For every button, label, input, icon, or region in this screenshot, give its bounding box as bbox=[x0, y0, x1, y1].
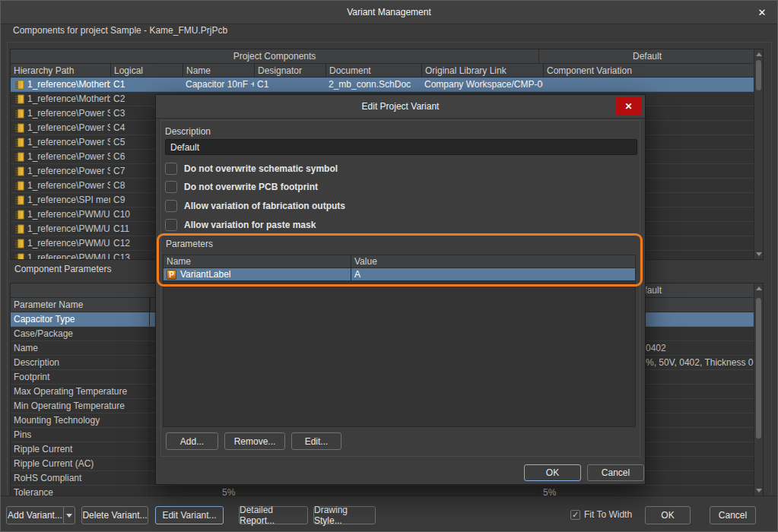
hierarchy-path-text: 1_reference\Power S bbox=[27, 166, 110, 176]
group-header-default: Default bbox=[539, 49, 755, 63]
column-header-designator[interactable]: Designator bbox=[254, 64, 325, 77]
checkbox-3[interactable] bbox=[165, 200, 177, 212]
components-for-project-label: Components for project Sample - Kame_FMU… bbox=[13, 25, 227, 36]
description-label: Description bbox=[165, 126, 211, 137]
parameter-name-cell: Min Operating Temperature bbox=[11, 399, 150, 413]
hierarchy-path-text: 1_reference\SPI mem bbox=[27, 195, 110, 205]
checkbox-label: Allow variation of fabrication outputs bbox=[184, 201, 345, 211]
window-title: Variant Management bbox=[347, 7, 431, 17]
checkbox-row[interactable]: Allow variation for paste mask bbox=[165, 218, 316, 231]
checkbox-row[interactable]: Do not overwrite PCB footprint bbox=[165, 180, 318, 193]
hierarchy-path-cell: 1_reference\Power S bbox=[11, 150, 110, 163]
param-row-variantlabel[interactable]: P VariantLabel A bbox=[164, 268, 635, 281]
hierarchy-path-text: 1_reference\Power S bbox=[27, 108, 110, 119]
hierarchy-path-text: 1_reference\Motherb bbox=[27, 79, 110, 90]
dialog-close-icon[interactable]: ✕ bbox=[616, 97, 641, 116]
remove-button[interactable]: Remove... bbox=[224, 432, 285, 450]
hierarchy-path-text: 1_reference\PWM/UA bbox=[27, 223, 110, 234]
column-header-name[interactable]: Name bbox=[183, 64, 254, 77]
edit-project-variant-dialog: Edit Project Variant ✕ Description Do no… bbox=[155, 94, 646, 485]
parameter-default-value-cell: 5% bbox=[539, 486, 755, 496]
column-header-original-library-link[interactable]: Original Library Link bbox=[421, 64, 543, 77]
designator-cell: C1 bbox=[254, 78, 325, 91]
dialog-titlebar: Edit Project Variant bbox=[156, 95, 645, 119]
checkbox-1[interactable] bbox=[165, 163, 177, 175]
parameter-name-cell: RoHS Compliant bbox=[11, 471, 150, 485]
checkbox-row[interactable]: Do not overwrite schematic symbol bbox=[165, 162, 338, 175]
hierarchy-path-cell: 1_reference\PWM/UA bbox=[11, 236, 110, 250]
parameter-name-cell: Ripple Current (AC) bbox=[11, 457, 150, 470]
dialog-cancel-button[interactable]: Cancel bbox=[587, 464, 644, 481]
scroll-thumb[interactable] bbox=[756, 60, 761, 90]
hierarchy-path-cell: 1_reference\Motherb bbox=[11, 92, 110, 106]
component-parameters-label: Component Parameters bbox=[14, 264, 111, 274]
column-header-document[interactable]: Document bbox=[325, 64, 421, 77]
name-cell: Capacitor 10nF +, bbox=[183, 78, 254, 91]
parameter-name-header[interactable]: Parameter Name bbox=[11, 298, 150, 312]
edit-variant-button[interactable]: Edit Variant... bbox=[155, 506, 224, 524]
parameters-label: Parameters bbox=[166, 239, 213, 249]
cancel-button[interactable]: Cancel bbox=[710, 506, 756, 524]
drawing-style-button[interactable]: Drawing Style... bbox=[313, 506, 376, 524]
chevron-down-icon bbox=[66, 514, 72, 518]
scroll-up-icon[interactable] bbox=[756, 287, 762, 290]
param-value-column-header[interactable]: Value bbox=[351, 255, 635, 268]
hierarchy-path-cell: 1_reference\Motherb bbox=[11, 78, 110, 91]
edit-button[interactable]: Edit... bbox=[291, 432, 341, 450]
column-header-row: Hierarchy PathLogicalNameDesignatorDocum… bbox=[11, 64, 763, 78]
delete-variant-button[interactable]: Delete Variant... bbox=[81, 506, 148, 524]
checkbox-4[interactable] bbox=[165, 219, 177, 231]
top-table-scrollbar[interactable] bbox=[754, 49, 763, 259]
column-header-component-variation[interactable]: Component Variation bbox=[543, 64, 755, 77]
dialog-ok-button[interactable]: OK bbox=[524, 464, 581, 481]
hierarchy-path-text: 1_reference\Power S bbox=[27, 122, 110, 133]
column-header-hierarchy-path[interactable]: Hierarchy Path bbox=[11, 64, 110, 77]
bottom-toolbar: Add Variant... Delete Variant... Edit Va… bbox=[1, 496, 777, 531]
checkbox-label: Do not overwrite schematic symbol bbox=[184, 163, 338, 174]
detailed-report-button[interactable]: Detailed Report... bbox=[239, 506, 308, 524]
parameter-name-cell: Mounting Technology bbox=[11, 413, 150, 427]
add-variant-split-button[interactable]: Add Variant... bbox=[6, 506, 75, 524]
checkbox-row[interactable]: Allow variation of fabrication outputs bbox=[165, 199, 345, 212]
window-close-icon[interactable]: ✕ bbox=[754, 5, 770, 19]
parameter-mid-value-cell: 5% bbox=[150, 486, 539, 496]
parameter-name-cell: Name bbox=[11, 341, 150, 355]
hierarchy-path-cell: 1_reference\Power S bbox=[11, 106, 110, 120]
hierarchy-path-text: 1_reference\Power S bbox=[27, 180, 110, 191]
variant-management-window: Variant Management ✕ Components for proj… bbox=[0, 0, 778, 532]
add-variant-button[interactable]: Add Variant... bbox=[7, 507, 64, 524]
hierarchy-path-text: 1_reference\PWM/UA bbox=[27, 209, 110, 220]
column-header-logical[interactable]: Logical bbox=[110, 64, 183, 77]
scroll-down-icon[interactable] bbox=[756, 489, 762, 492]
hierarchy-path-cell: 1_reference\Power S bbox=[11, 121, 110, 135]
hierarchy-path-cell: 1_reference\Power S bbox=[11, 179, 110, 192]
param-name-cell: VariantLabel bbox=[180, 269, 231, 280]
parameter-name-cell: Description bbox=[11, 356, 150, 369]
hierarchy-path-text: 1_reference\PWM/UA bbox=[27, 252, 110, 260]
scroll-thumb[interactable] bbox=[756, 298, 761, 439]
ok-button[interactable]: OK bbox=[645, 506, 691, 524]
fit-to-width-control[interactable]: ✓ Fit To Width bbox=[570, 509, 632, 520]
parameter-name-cell: Footprint bbox=[11, 370, 150, 384]
dialog-parameters-table: Name Value P VariantLabel A bbox=[163, 255, 636, 427]
param-name-column-header[interactable]: Name bbox=[164, 255, 351, 268]
hierarchy-path-cell: 1_reference\PWM/UA bbox=[11, 222, 110, 236]
fit-to-width-checkbox[interactable]: ✓ bbox=[570, 510, 580, 520]
scroll-up-icon[interactable] bbox=[756, 52, 762, 56]
group-header-project-components: Project Components bbox=[11, 49, 539, 63]
add-variant-dropdown[interactable] bbox=[64, 507, 75, 524]
table-row[interactable]: 1_reference\MotherbC1Capacitor 10nF +,C1… bbox=[11, 78, 763, 92]
component-variation-cell bbox=[543, 78, 755, 91]
parameter-name-cell: Max Operating Temperature bbox=[11, 385, 150, 398]
checkbox-2[interactable] bbox=[165, 181, 177, 193]
description-input[interactable] bbox=[165, 139, 637, 155]
param-table-header: Name Value bbox=[164, 255, 635, 268]
document-cell: 2_mb_conn.SchDoc bbox=[325, 78, 421, 91]
hierarchy-path-cell: 1_reference\PWM/UA bbox=[11, 251, 110, 260]
add-button[interactable]: Add... bbox=[166, 432, 218, 450]
bottom-table-scrollbar[interactable] bbox=[754, 283, 763, 496]
checkbox-label: Allow variation for paste mask bbox=[184, 220, 316, 230]
hierarchy-path-text: 1_reference\Motherb bbox=[27, 93, 110, 104]
scroll-down-icon[interactable] bbox=[756, 252, 762, 256]
parameter-row[interactable]: Tolerance5%5% bbox=[11, 486, 763, 496]
